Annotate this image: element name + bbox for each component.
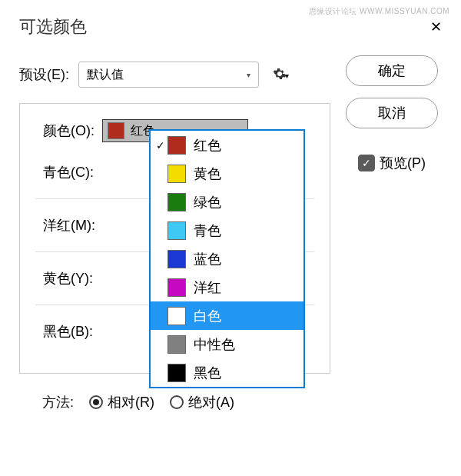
selective-color-dialog: 可选颜色 ✕ 预设(E): 默认值 ▾ ▾ 确定 取消 ✓ 预览(P) 颜色(O… — [0, 0, 461, 431]
preview-checkbox[interactable]: ✓ — [358, 155, 375, 171]
slider-label: 黑色(B): — [43, 322, 112, 341]
color-swatch — [167, 335, 186, 354]
dropdown-item-label: 中性色 — [194, 335, 235, 354]
dropdown-item[interactable]: 黑色 — [151, 358, 303, 387]
dropdown-item-label: 洋红 — [194, 278, 221, 297]
dropdown-item[interactable]: 洋红 — [151, 273, 303, 301]
ok-button[interactable]: 确定 — [346, 55, 438, 86]
radio-label: 绝对(A) — [188, 393, 234, 411]
watermark: 思缘设计论坛 WWW.MISSYUAN.COM — [309, 6, 449, 17]
method-absolute-radio[interactable]: 绝对(A) — [170, 393, 234, 411]
dropdown-item-label: 绿色 — [194, 193, 221, 211]
dropdown-item-label: 红色 — [194, 136, 221, 155]
selected-swatch — [108, 122, 124, 139]
dropdown-item[interactable]: 绿色 — [151, 188, 303, 216]
color-swatch — [167, 221, 186, 240]
color-swatch — [167, 193, 186, 211]
method-label: 方法: — [42, 393, 74, 411]
color-swatch — [167, 250, 186, 268]
chevron-down-icon: ▾ — [247, 71, 250, 79]
dialog-title: 可选颜色 — [19, 15, 87, 38]
color-swatch — [167, 307, 186, 325]
dropdown-item[interactable]: 青色 — [151, 216, 303, 245]
dropdown-item[interactable]: 蓝色 — [151, 245, 303, 273]
check-icon: ✓ — [154, 139, 167, 151]
dropdown-item[interactable]: 中性色 — [151, 330, 303, 358]
dropdown-item[interactable]: ✓红色 — [151, 131, 303, 159]
gear-icon[interactable]: ▾ — [273, 67, 290, 83]
preset-label: 预设(E): — [19, 65, 69, 84]
slider-label: 青色(C): — [43, 163, 112, 181]
color-swatch — [167, 136, 186, 155]
slider-label: 洋红(M): — [43, 216, 112, 235]
preview-label: 预览(P) — [380, 154, 426, 172]
adjustment-panel: 颜色(O): 红色 ▾ 青色(C):洋红(M):黄色(Y):黑色(B): ✓红色… — [19, 103, 330, 374]
cancel-button[interactable]: 取消 — [346, 98, 438, 128]
dropdown-item-label: 黑色 — [194, 364, 221, 382]
dropdown-item-label: 蓝色 — [194, 250, 221, 268]
radio-label: 相对(R) — [108, 393, 154, 411]
titlebar: 可选颜色 ✕ — [19, 15, 442, 38]
color-swatch — [167, 165, 186, 183]
dropdown-item[interactable]: 白色 — [151, 301, 303, 330]
slider-label: 黄色(Y): — [43, 269, 112, 288]
dropdown-item[interactable]: 黄色 — [151, 159, 303, 188]
radio-icon — [89, 395, 103, 409]
close-icon[interactable]: ✕ — [430, 18, 442, 35]
dropdown-item-label: 青色 — [194, 221, 221, 240]
dropdown-item-label: 黄色 — [194, 165, 221, 183]
method-relative-radio[interactable]: 相对(R) — [89, 393, 154, 411]
preset-select[interactable]: 默认值 ▾ — [78, 62, 259, 88]
color-swatch — [167, 364, 186, 382]
color-label: 颜色(O): — [43, 121, 95, 140]
preset-value: 默认值 — [87, 67, 124, 83]
radio-icon — [170, 395, 184, 409]
color-dropdown: ✓红色黄色绿色青色蓝色洋红白色中性色黑色 — [149, 129, 305, 388]
color-swatch — [167, 278, 186, 297]
dropdown-item-label: 白色 — [194, 307, 221, 325]
